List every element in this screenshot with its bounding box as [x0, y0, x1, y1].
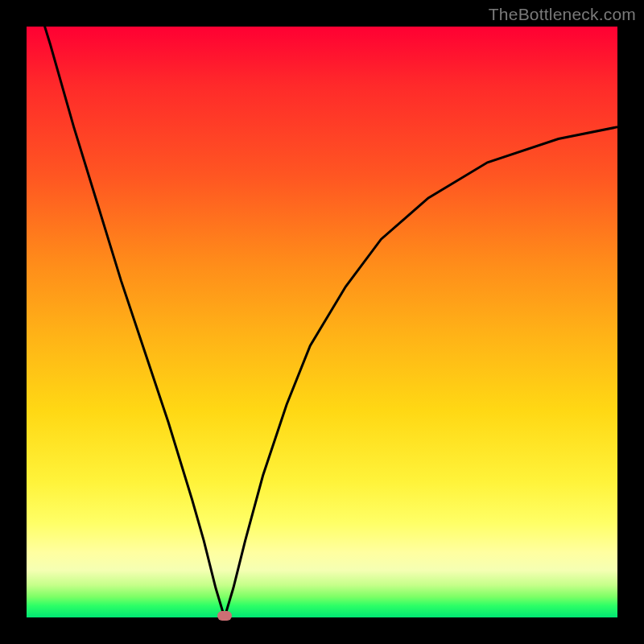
- plot-area: [27, 27, 617, 617]
- bottleneck-curve: [27, 27, 617, 617]
- chart-frame: TheBottleneck.com: [0, 0, 644, 644]
- curve-path: [27, 27, 617, 617]
- optimal-point-marker: [217, 611, 232, 621]
- watermark-text: TheBottleneck.com: [489, 5, 636, 24]
